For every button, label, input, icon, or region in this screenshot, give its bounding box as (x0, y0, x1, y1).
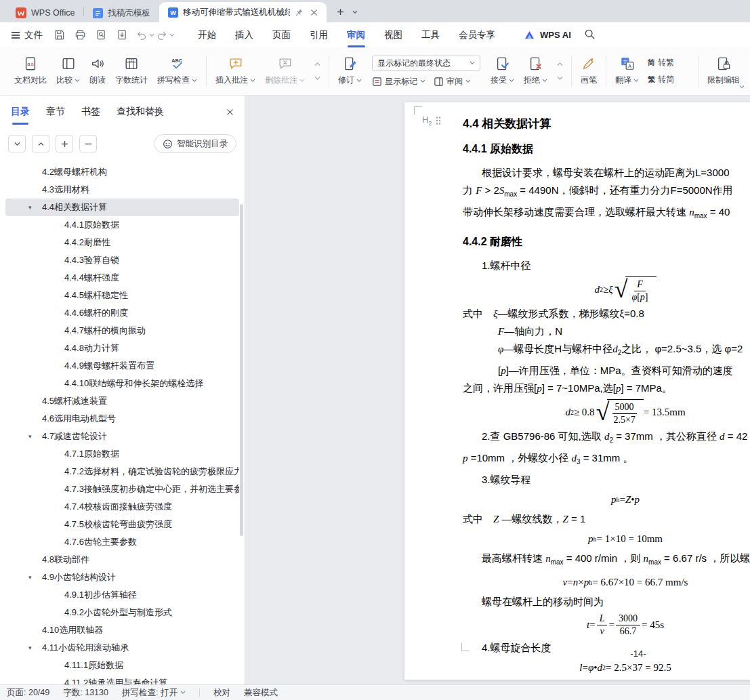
collapse-triangle-icon[interactable]: ▾ (28, 433, 32, 440)
toc-item[interactable]: 4.7.6齿轮主要参数 (5, 533, 239, 551)
toc-item[interactable]: 4.9.1初步估算轴径 (5, 586, 239, 604)
toc-item[interactable]: 4.7.4校核齿面接触疲劳强度 (5, 498, 239, 516)
to-simplified-button[interactable]: 繁转简 (648, 74, 674, 85)
smart-toc-button[interactable]: 智能识别目录 (154, 134, 236, 153)
status-compat-mode[interactable]: 兼容模式 (244, 687, 278, 699)
ribbon-collapse-icon[interactable] (738, 82, 745, 92)
menu-tab[interactable]: 页面 (263, 22, 300, 47)
toc-item[interactable]: 4.4.8动力计算 (5, 339, 239, 357)
doc-compare-button[interactable]: aa文档对比 (9, 50, 51, 92)
spell-check-button[interactable]: ABC拼写检查 (152, 50, 202, 92)
to-traditional-button[interactable]: 简转繁 (648, 57, 674, 68)
print-icon[interactable] (75, 29, 86, 41)
wps-ai-button[interactable]: WPS AI (540, 30, 571, 40)
collapse-triangle-icon[interactable]: ▾ (28, 574, 32, 581)
compare-button[interactable]: 比较 (51, 50, 85, 92)
redo-icon[interactable] (157, 30, 167, 40)
toc-item[interactable]: ▾4.9小齿轮结构设计 (5, 569, 239, 586)
toc-expand-all-button[interactable] (56, 135, 73, 152)
status-word-count[interactable]: 字数: 13130 (63, 687, 108, 699)
toc-item[interactable]: 4.7.2选择材料，确定试验齿轮的疲劳极限应力 (5, 463, 239, 480)
window-tab-docer-template[interactable]: 找稿壳模板 (84, 3, 159, 22)
next-change-button[interactable] (554, 74, 566, 83)
menu-tab[interactable]: 引用 (300, 22, 337, 47)
track-changes-button[interactable]: 修订 (333, 50, 367, 92)
toc-item[interactable]: 4.7.1原始数据 (5, 445, 239, 463)
heading-anchor[interactable]: H2 (422, 115, 442, 127)
redo-dropdown-icon[interactable] (169, 33, 175, 37)
review-pane-dropdown[interactable]: 审阅 (434, 76, 471, 87)
document-page[interactable]: H2 4.4 相关数据计算4.4.1 原始数据根据设计要求，螺母安装在螺杆上的运… (404, 102, 750, 680)
toc-collapse-all-button[interactable] (79, 135, 97, 152)
toc-item[interactable]: 4.9.2小齿轮外型与制造形式 (5, 604, 239, 621)
status-proofread[interactable]: 校对 (213, 687, 230, 699)
toc-item[interactable]: 4.3选用材料 (5, 181, 239, 199)
accept-change-button[interactable]: 接受 (486, 50, 519, 92)
sidebar-tab-chapters[interactable]: 章节 (46, 96, 65, 128)
sidebar-tab-bookmarks[interactable]: 书签 (81, 96, 100, 128)
toc-item[interactable]: 4.4.6螺杆的刚度 (5, 304, 239, 322)
previous-comment-button[interactable] (311, 60, 323, 68)
toc-item[interactable]: 4.4.10联结螺母和伸长架的螺栓选择 (5, 375, 239, 392)
toc-item[interactable]: 4.6选用电动机型号 (5, 410, 239, 428)
undo-dropdown-icon[interactable] (149, 33, 154, 37)
toc-item[interactable]: ▾4.7减速齿轮设计 (5, 428, 239, 445)
delete-comment-button[interactable]: 删除批注 (260, 50, 310, 92)
sidebar-scrollbar[interactable] (240, 204, 243, 536)
toc-item[interactable]: 4.4.2耐磨性 (5, 234, 239, 251)
toc-item[interactable]: ▾4.4相关数据计算 (5, 199, 239, 216)
menu-tab[interactable]: 审阅 (337, 22, 375, 47)
toc-item[interactable]: 4.8联动部件 (5, 551, 239, 569)
undo-icon[interactable] (136, 30, 147, 40)
toc-item[interactable]: 4.4.4螺杆强度 (5, 269, 239, 287)
menu-tab[interactable]: 工具 (412, 22, 449, 47)
toc-item[interactable]: 4.7.5校核齿轮弯曲疲劳强度 (5, 516, 239, 533)
toc-item[interactable]: 4.2螺母螺杆机构 (5, 163, 239, 181)
close-tab-icon[interactable] (310, 9, 318, 16)
toc-item[interactable]: ▾4.11小齿轮用滚动轴承 (5, 639, 239, 657)
toc-item[interactable]: 4.5螺杆减速装置 (5, 392, 239, 410)
reject-change-button[interactable]: 拒绝 (519, 50, 552, 92)
toc-dropdown-button[interactable] (8, 135, 26, 152)
toc-item[interactable]: 4.10选用联轴器 (5, 621, 239, 639)
new-tab-button[interactable] (332, 3, 350, 20)
menu-tab[interactable]: 开始 (188, 22, 226, 47)
menu-tab[interactable]: 会员专享 (449, 22, 505, 47)
translate-button[interactable]: 文A翻译 (610, 50, 644, 92)
sidebar-tab-find-replace[interactable]: 查找和替换 (117, 96, 164, 128)
file-menu-button[interactable]: 文件 (9, 29, 48, 41)
markup-state-select[interactable]: 显示标记的最终状态 (372, 56, 480, 71)
collapse-triangle-icon[interactable]: ▾ (28, 644, 32, 651)
tab-list-button[interactable] (352, 6, 358, 16)
menu-tab[interactable]: 视图 (375, 22, 412, 47)
word-count-button[interactable]: 123字数统计 (110, 50, 152, 92)
print-preview-icon[interactable] (96, 29, 107, 41)
pin-icon[interactable] (295, 8, 304, 17)
insert-comment-button[interactable]: 插入批注 (211, 50, 260, 92)
toc-item[interactable]: 4.7.3接触强度初步确定中心距，并初选主要参数 (5, 480, 239, 498)
window-tab-current-document[interactable]: W移动可伸缩带式输送机机械结构 (159, 2, 327, 22)
ink-pen-button[interactable]: 画笔 (576, 50, 602, 92)
export-pdf-icon[interactable] (117, 29, 128, 41)
search-icon[interactable] (584, 28, 595, 41)
window-tab-wps-home[interactable]: WPS Office (7, 3, 83, 22)
previous-change-button[interactable] (554, 60, 566, 68)
next-comment-button[interactable] (311, 74, 323, 83)
toc-item[interactable]: 4.4.5螺杆稳定性 (5, 287, 239, 304)
menu-tab[interactable]: 插入 (226, 22, 263, 47)
collapse-triangle-icon[interactable]: ▾ (28, 204, 32, 211)
toc-item[interactable]: 4.4.7螺杆的横向振动 (5, 322, 239, 339)
toc-item[interactable]: 4.4.9螺母螺杆装置布置 (5, 357, 239, 375)
status-page-indicator[interactable]: 页面: 20/49 (7, 687, 49, 699)
save-icon[interactable] (54, 29, 65, 41)
close-icon[interactable] (226, 108, 234, 116)
toc-item[interactable]: 4.4.3验算自锁 (5, 251, 239, 269)
toc-collapse-up-button[interactable] (32, 135, 49, 152)
sidebar-tab-toc[interactable]: 目录 (11, 96, 30, 128)
status-spellcheck-status[interactable]: 拼写检查: 打开 (122, 687, 186, 699)
toc-item[interactable]: 4.4.1原始数据 (5, 216, 239, 234)
read-aloud-button[interactable]: 朗读 (85, 50, 110, 92)
show-markup-dropdown[interactable]: 显示标记 (372, 76, 425, 87)
toc-item[interactable]: 4.11.2轴承选用与寿命计算 (5, 674, 239, 684)
toc-item[interactable]: 4.11.1原始数据 (5, 657, 239, 674)
